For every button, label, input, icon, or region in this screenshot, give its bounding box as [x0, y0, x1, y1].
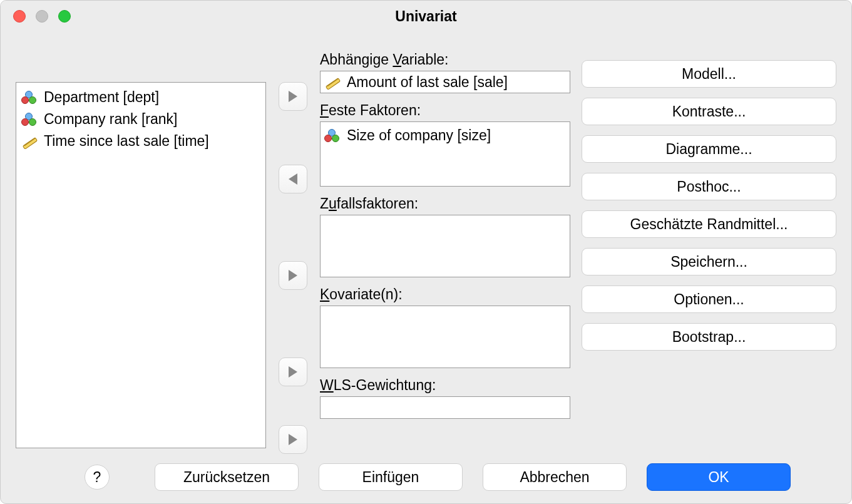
save-button[interactable]: Speichern... — [582, 248, 836, 275]
random-factors-label: Zufallsfaktoren: — [320, 195, 570, 212]
variable-label: Amount of last sale [sale] — [347, 74, 508, 91]
move-to-covariate-button[interactable] — [279, 357, 307, 386]
close-window-button[interactable] — [13, 10, 26, 23]
dialog-footer: ? Zurücksetzen Einfügen Abbrechen OK — [16, 463, 836, 491]
move-from-fixed-button[interactable] — [279, 165, 307, 193]
help-button[interactable]: ? — [85, 465, 110, 490]
window-title: Univariat — [395, 8, 456, 25]
dependent-variable-label: Abhängige Variable: — [320, 51, 570, 68]
minimize-window-button[interactable] — [36, 10, 48, 23]
move-to-dependent-button[interactable] — [279, 82, 307, 111]
wls-weight-field[interactable] — [320, 396, 570, 419]
random-factors-field[interactable] — [320, 215, 570, 277]
nominal-icon — [21, 90, 39, 105]
dialog-body: Department [dept] Company rank [rank] Ti… — [1, 35, 851, 503]
variable-label: Department [dept] — [44, 88, 159, 107]
list-item[interactable]: Company rank [rank] — [21, 108, 260, 130]
reset-button[interactable]: Zurücksetzen — [155, 463, 299, 491]
covariates-field[interactable] — [320, 306, 570, 368]
plots-button[interactable]: Diagramme... — [582, 135, 836, 163]
fixed-factors-field[interactable]: Size of company [size] — [320, 121, 570, 187]
source-variable-list[interactable]: Department [dept] Company rank [rank] Ti… — [16, 82, 266, 448]
scale-icon — [21, 134, 39, 149]
zoom-window-button[interactable] — [58, 10, 71, 23]
bootstrap-button[interactable]: Bootstrap... — [582, 323, 836, 351]
nominal-icon — [21, 112, 39, 127]
scale-icon — [324, 75, 342, 90]
emmeans-button[interactable]: Geschätzte Randmittel... — [582, 210, 836, 238]
move-to-wls-button[interactable] — [279, 425, 307, 454]
variable-label: Time since last sale [time] — [44, 131, 209, 151]
window-controls — [13, 10, 71, 23]
nominal-icon — [324, 128, 342, 143]
wls-weight-label: WLS-Gewichtung: — [320, 377, 570, 394]
options-button[interactable]: Optionen... — [582, 285, 836, 313]
covariates-label: Kovariate(n): — [320, 286, 570, 303]
ok-button[interactable]: OK — [647, 463, 791, 491]
dialog-window: Univariat Department [dept] Company rank… — [0, 0, 852, 504]
fixed-factors-label: Feste Faktoren: — [320, 102, 570, 119]
list-item[interactable]: Size of company [size] — [324, 125, 566, 147]
list-item[interactable]: Time since last sale [time] — [21, 130, 260, 152]
posthoc-button[interactable]: Post hoc... — [582, 173, 836, 200]
list-item[interactable]: Department [dept] — [21, 86, 260, 108]
titlebar: Univariat — [1, 1, 851, 32]
variable-label: Company rank [rank] — [44, 110, 177, 129]
model-button[interactable]: Modell... — [582, 60, 836, 88]
dependent-variable-field[interactable]: Amount of last sale [sale] — [320, 71, 570, 93]
variable-label: Size of company [size] — [347, 126, 491, 145]
cancel-button[interactable]: Abbrechen — [483, 463, 627, 491]
paste-button[interactable]: Einfügen — [319, 463, 463, 491]
contrasts-button[interactable]: Kontraste... — [582, 98, 836, 125]
move-to-random-button[interactable] — [279, 261, 307, 290]
